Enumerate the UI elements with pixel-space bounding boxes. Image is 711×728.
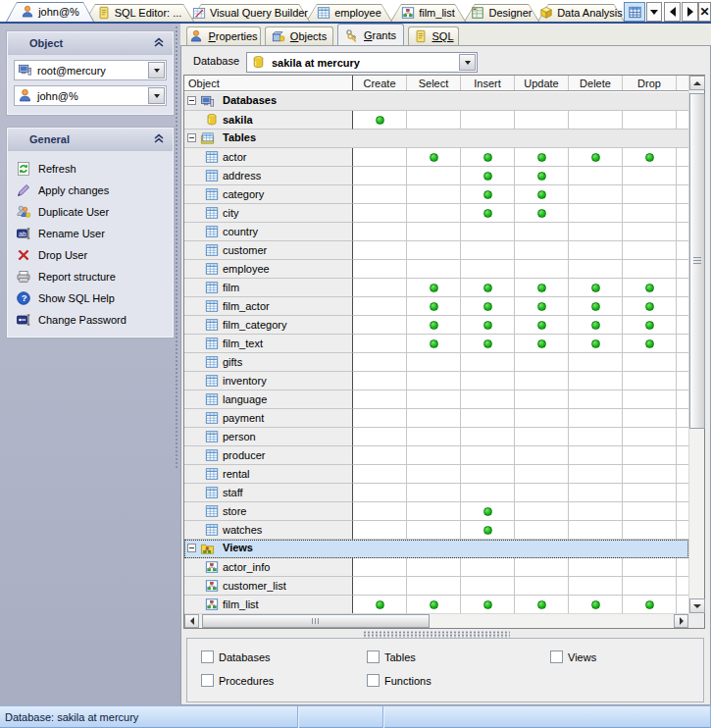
grant-cell-insert[interactable] [461,148,515,167]
grant-cell-update[interactable] [515,521,569,540]
grant-cell-create[interactable] [353,558,407,577]
grant-cell-insert[interactable] [461,279,515,297]
grid-row-staff[interactable]: staff [184,484,688,502]
column-header-delete[interactable]: Delete [569,76,623,90]
grant-cell-select[interactable] [407,185,461,204]
grant-cell-create[interactable] [353,148,407,167]
grant-cell-drop[interactable] [623,335,677,353]
collapse-minus-icon[interactable] [187,96,196,105]
grid-row-film_actor[interactable]: film_actor [184,297,688,316]
grant-cell-drop[interactable] [623,260,677,279]
horizontal-scroll-thumb[interactable] [202,614,430,628]
grant-cell-select[interactable] [407,596,461,614]
grant-cell-create[interactable] [353,204,407,223]
grant-cell-create[interactable] [353,111,407,130]
grant-cell-insert[interactable] [461,111,515,130]
grant-cell-insert[interactable] [461,241,515,260]
horizontal-splitter[interactable] [363,631,510,638]
grant-cell-insert[interactable] [461,335,515,353]
grant-cell-select[interactable] [407,167,461,185]
grant-cell-select[interactable] [407,279,461,297]
grant-cell-create[interactable] [353,390,407,409]
grant-cell-create[interactable] [353,372,407,390]
scroll-down-button[interactable] [689,598,705,613]
grant-cell-insert[interactable] [461,204,515,223]
grant-cell-delete[interactable] [569,297,623,316]
grant-cell-update[interactable] [515,260,569,279]
grant-cell-update[interactable] [515,502,569,521]
grant-cell-select[interactable] [407,577,461,596]
grid-row-store[interactable]: store [184,502,688,521]
grant-cell-insert[interactable] [461,409,515,428]
grant-cell-update[interactable] [515,241,569,260]
grant-cell-update[interactable] [515,204,569,223]
grant-cell-delete[interactable] [569,446,623,465]
column-header-update[interactable]: Update [515,76,569,90]
grant-cell-insert[interactable] [461,521,515,540]
grant-cell-update[interactable] [515,111,569,130]
grant-cell-update[interactable] [515,167,569,185]
column-header-select[interactable]: Select [407,76,461,90]
grant-cell-select[interactable] [407,204,461,223]
grant-cell-update[interactable] [515,353,569,372]
grant-cell-delete[interactable] [569,577,623,596]
grid-row-city[interactable]: city [184,204,688,223]
grant-cell-drop[interactable] [623,465,677,484]
general-panel-header[interactable]: General [8,129,173,151]
grant-cell-update[interactable] [515,577,569,596]
group-row-views[interactable]: Views [184,540,688,558]
sidebar-item-duplicate-user[interactable]: Duplicate User [8,201,173,223]
filter-checkbox-databases[interactable]: Databases [201,650,271,663]
grant-cell-create[interactable] [353,428,407,446]
collapse-chevron-icon[interactable] [153,133,165,146]
grant-cell-select[interactable] [407,446,461,465]
dropdown-button[interactable] [148,62,165,78]
grant-cell-update[interactable] [515,185,569,204]
grant-cell-select[interactable] [407,372,461,390]
grant-cell-drop[interactable] [623,372,677,390]
grant-cell-drop[interactable] [623,577,677,596]
horizontal-scrollbar[interactable] [184,613,688,628]
grant-cell-update[interactable] [515,223,569,241]
grant-cell-drop[interactable] [623,484,677,502]
sidebar-item-change-password[interactable]: Change Password [8,309,173,331]
dropdown-button[interactable] [148,87,165,104]
scroll-right-button[interactable] [674,614,688,628]
object-selector-2[interactable]: john@% [14,85,167,106]
grid-row-category[interactable]: category [184,185,688,204]
grant-cell-select[interactable] [407,558,461,577]
sidebar-item-drop-user[interactable]: Drop User [8,244,173,266]
grant-cell-delete[interactable] [569,353,623,372]
grant-cell-drop[interactable] [623,558,677,577]
grant-cell-select[interactable] [407,465,461,484]
grant-cell-update[interactable] [515,335,569,353]
sidebar-item-apply-changes[interactable]: Apply changes [8,180,173,201]
grant-cell-update[interactable] [515,558,569,577]
object-panel-header[interactable]: Object [8,32,173,55]
grant-cell-select[interactable] [407,241,461,260]
grid-row-person[interactable]: person [184,428,688,446]
database-combobox-dropdown-button[interactable] [459,54,476,71]
grant-cell-delete[interactable] [569,111,623,130]
grant-cell-delete[interactable] [569,279,623,297]
grid-row-payment[interactable]: payment [184,409,688,428]
tab-sql[interactable]: SQL [408,26,459,45]
grant-cell-create[interactable] [353,223,407,241]
top-tab-john[interactable]: john@% [6,2,94,22]
grant-cell-delete[interactable] [569,372,623,390]
close-tab-button[interactable]: ✕ [698,2,711,22]
grant-cell-delete[interactable] [569,390,623,409]
tab-objects[interactable]: Objects [265,26,333,45]
collapse-minus-icon[interactable] [187,133,196,142]
group-row-tables[interactable]: Tables [184,130,688,148]
grant-cell-drop[interactable] [623,446,677,465]
grant-cell-insert[interactable] [461,446,515,465]
grant-cell-create[interactable] [353,446,407,465]
grant-cell-select[interactable] [407,409,461,428]
grant-cell-select[interactable] [407,335,461,353]
filter-checkbox-views[interactable]: Views [550,650,596,663]
top-tab-employee[interactable]: employee [306,4,392,22]
grant-cell-create[interactable] [353,167,407,185]
grant-cell-create[interactable] [353,409,407,428]
top-tab-designer[interactable]: Designer [464,4,539,22]
